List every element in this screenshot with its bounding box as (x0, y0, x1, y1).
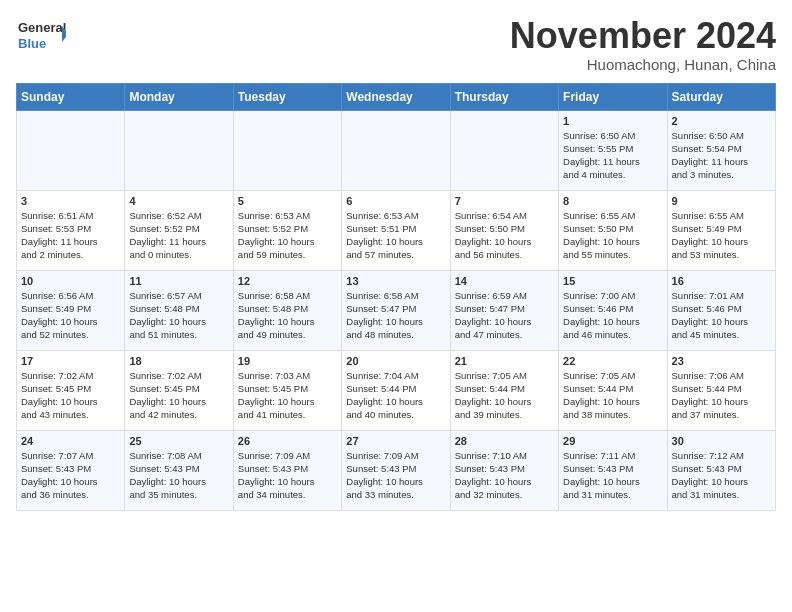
weekday-header-wednesday: Wednesday (342, 83, 450, 110)
weekday-header-saturday: Saturday (667, 83, 775, 110)
day-number: 18 (129, 355, 228, 367)
day-number: 15 (563, 275, 662, 287)
day-info: Sunrise: 6:51 AMSunset: 5:53 PMDaylight:… (21, 209, 120, 262)
day-number: 19 (238, 355, 337, 367)
day-number: 11 (129, 275, 228, 287)
day-info: Sunrise: 7:02 AMSunset: 5:45 PMDaylight:… (129, 369, 228, 422)
day-number: 1 (563, 115, 662, 127)
week-row-1: 1Sunrise: 6:50 AMSunset: 5:55 PMDaylight… (17, 110, 776, 190)
page-header: General Blue November 2024 Huomachong, H… (16, 16, 776, 73)
day-number: 30 (672, 435, 771, 447)
day-number: 12 (238, 275, 337, 287)
day-info: Sunrise: 6:58 AMSunset: 5:47 PMDaylight:… (346, 289, 445, 342)
day-number: 23 (672, 355, 771, 367)
calendar-table: SundayMondayTuesdayWednesdayThursdayFrid… (16, 83, 776, 511)
day-info: Sunrise: 6:53 AMSunset: 5:51 PMDaylight:… (346, 209, 445, 262)
calendar-cell (342, 110, 450, 190)
day-info: Sunrise: 6:50 AMSunset: 5:55 PMDaylight:… (563, 129, 662, 182)
day-info: Sunrise: 7:12 AMSunset: 5:43 PMDaylight:… (672, 449, 771, 502)
calendar-cell: 19Sunrise: 7:03 AMSunset: 5:45 PMDayligh… (233, 350, 341, 430)
calendar-cell: 25Sunrise: 7:08 AMSunset: 5:43 PMDayligh… (125, 430, 233, 510)
day-number: 16 (672, 275, 771, 287)
day-info: Sunrise: 6:56 AMSunset: 5:49 PMDaylight:… (21, 289, 120, 342)
calendar-cell: 6Sunrise: 6:53 AMSunset: 5:51 PMDaylight… (342, 190, 450, 270)
calendar-cell: 18Sunrise: 7:02 AMSunset: 5:45 PMDayligh… (125, 350, 233, 430)
day-info: Sunrise: 6:54 AMSunset: 5:50 PMDaylight:… (455, 209, 554, 262)
weekday-header-monday: Monday (125, 83, 233, 110)
svg-text:Blue: Blue (18, 36, 46, 51)
day-number: 2 (672, 115, 771, 127)
weekday-header-friday: Friday (559, 83, 667, 110)
calendar-cell: 30Sunrise: 7:12 AMSunset: 5:43 PMDayligh… (667, 430, 775, 510)
day-info: Sunrise: 7:10 AMSunset: 5:43 PMDaylight:… (455, 449, 554, 502)
month-title: November 2024 (510, 16, 776, 56)
calendar-cell (233, 110, 341, 190)
calendar-cell: 16Sunrise: 7:01 AMSunset: 5:46 PMDayligh… (667, 270, 775, 350)
day-number: 24 (21, 435, 120, 447)
calendar-cell: 23Sunrise: 7:06 AMSunset: 5:44 PMDayligh… (667, 350, 775, 430)
day-info: Sunrise: 7:11 AMSunset: 5:43 PMDaylight:… (563, 449, 662, 502)
week-row-5: 24Sunrise: 7:07 AMSunset: 5:43 PMDayligh… (17, 430, 776, 510)
day-info: Sunrise: 6:57 AMSunset: 5:48 PMDaylight:… (129, 289, 228, 342)
calendar-cell: 3Sunrise: 6:51 AMSunset: 5:53 PMDaylight… (17, 190, 125, 270)
day-number: 26 (238, 435, 337, 447)
calendar-cell: 21Sunrise: 7:05 AMSunset: 5:44 PMDayligh… (450, 350, 558, 430)
day-info: Sunrise: 7:03 AMSunset: 5:45 PMDaylight:… (238, 369, 337, 422)
calendar-cell: 13Sunrise: 6:58 AMSunset: 5:47 PMDayligh… (342, 270, 450, 350)
day-number: 7 (455, 195, 554, 207)
day-number: 9 (672, 195, 771, 207)
calendar-cell: 5Sunrise: 6:53 AMSunset: 5:52 PMDaylight… (233, 190, 341, 270)
calendar-cell: 2Sunrise: 6:50 AMSunset: 5:54 PMDaylight… (667, 110, 775, 190)
svg-text:General: General (18, 20, 66, 35)
day-info: Sunrise: 6:53 AMSunset: 5:52 PMDaylight:… (238, 209, 337, 262)
day-info: Sunrise: 6:50 AMSunset: 5:54 PMDaylight:… (672, 129, 771, 182)
calendar-cell: 12Sunrise: 6:58 AMSunset: 5:48 PMDayligh… (233, 270, 341, 350)
day-info: Sunrise: 7:05 AMSunset: 5:44 PMDaylight:… (563, 369, 662, 422)
weekday-header-thursday: Thursday (450, 83, 558, 110)
calendar-cell: 7Sunrise: 6:54 AMSunset: 5:50 PMDaylight… (450, 190, 558, 270)
day-number: 21 (455, 355, 554, 367)
calendar-cell: 14Sunrise: 6:59 AMSunset: 5:47 PMDayligh… (450, 270, 558, 350)
day-info: Sunrise: 7:06 AMSunset: 5:44 PMDaylight:… (672, 369, 771, 422)
day-info: Sunrise: 7:01 AMSunset: 5:46 PMDaylight:… (672, 289, 771, 342)
day-info: Sunrise: 7:08 AMSunset: 5:43 PMDaylight:… (129, 449, 228, 502)
day-info: Sunrise: 7:00 AMSunset: 5:46 PMDaylight:… (563, 289, 662, 342)
day-number: 27 (346, 435, 445, 447)
calendar-cell: 15Sunrise: 7:00 AMSunset: 5:46 PMDayligh… (559, 270, 667, 350)
day-info: Sunrise: 7:02 AMSunset: 5:45 PMDaylight:… (21, 369, 120, 422)
calendar-cell: 10Sunrise: 6:56 AMSunset: 5:49 PMDayligh… (17, 270, 125, 350)
day-number: 17 (21, 355, 120, 367)
week-row-3: 10Sunrise: 6:56 AMSunset: 5:49 PMDayligh… (17, 270, 776, 350)
day-number: 4 (129, 195, 228, 207)
day-number: 10 (21, 275, 120, 287)
day-info: Sunrise: 7:04 AMSunset: 5:44 PMDaylight:… (346, 369, 445, 422)
day-info: Sunrise: 6:59 AMSunset: 5:47 PMDaylight:… (455, 289, 554, 342)
logo: General Blue (16, 16, 66, 56)
weekday-header-row: SundayMondayTuesdayWednesdayThursdayFrid… (17, 83, 776, 110)
calendar-cell: 11Sunrise: 6:57 AMSunset: 5:48 PMDayligh… (125, 270, 233, 350)
location-subtitle: Huomachong, Hunan, China (510, 56, 776, 73)
calendar-cell (450, 110, 558, 190)
calendar-cell: 9Sunrise: 6:55 AMSunset: 5:49 PMDaylight… (667, 190, 775, 270)
day-number: 5 (238, 195, 337, 207)
day-number: 29 (563, 435, 662, 447)
calendar-cell: 28Sunrise: 7:10 AMSunset: 5:43 PMDayligh… (450, 430, 558, 510)
calendar-cell: 4Sunrise: 6:52 AMSunset: 5:52 PMDaylight… (125, 190, 233, 270)
calendar-cell: 8Sunrise: 6:55 AMSunset: 5:50 PMDaylight… (559, 190, 667, 270)
day-info: Sunrise: 7:05 AMSunset: 5:44 PMDaylight:… (455, 369, 554, 422)
calendar-cell: 22Sunrise: 7:05 AMSunset: 5:44 PMDayligh… (559, 350, 667, 430)
day-number: 6 (346, 195, 445, 207)
day-number: 25 (129, 435, 228, 447)
week-row-2: 3Sunrise: 6:51 AMSunset: 5:53 PMDaylight… (17, 190, 776, 270)
day-number: 8 (563, 195, 662, 207)
day-number: 3 (21, 195, 120, 207)
calendar-cell: 20Sunrise: 7:04 AMSunset: 5:44 PMDayligh… (342, 350, 450, 430)
day-info: Sunrise: 6:55 AMSunset: 5:50 PMDaylight:… (563, 209, 662, 262)
day-info: Sunrise: 7:09 AMSunset: 5:43 PMDaylight:… (238, 449, 337, 502)
calendar-cell: 29Sunrise: 7:11 AMSunset: 5:43 PMDayligh… (559, 430, 667, 510)
day-number: 22 (563, 355, 662, 367)
weekday-header-sunday: Sunday (17, 83, 125, 110)
day-number: 13 (346, 275, 445, 287)
calendar-cell: 26Sunrise: 7:09 AMSunset: 5:43 PMDayligh… (233, 430, 341, 510)
logo-svg: General Blue (16, 16, 66, 56)
